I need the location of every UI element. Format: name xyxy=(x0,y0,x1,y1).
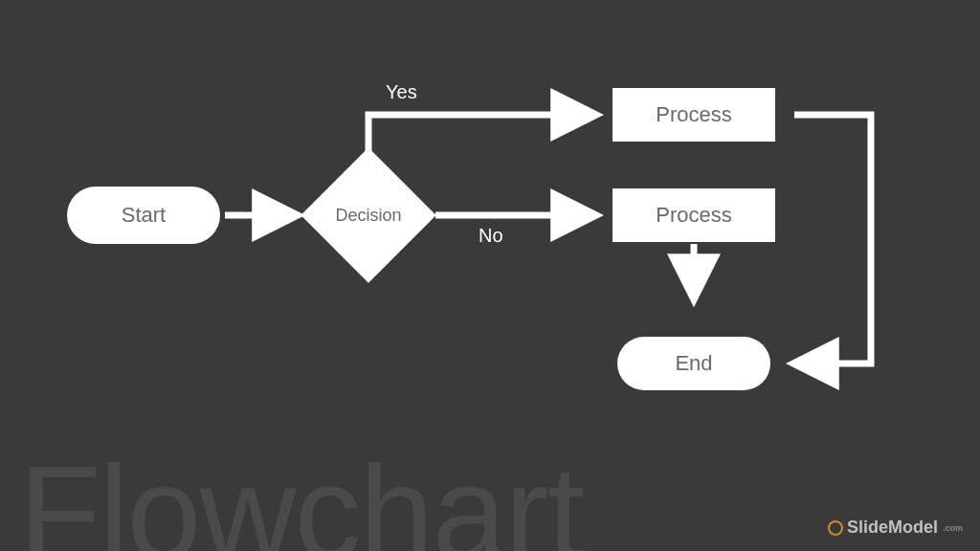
end-label: End xyxy=(675,351,712,376)
process-bottom-label: Process xyxy=(656,203,731,228)
process-bottom-node: Process xyxy=(612,188,775,242)
watermark: SlideModel.com xyxy=(828,518,963,538)
edge-label-yes: Yes xyxy=(386,81,417,103)
decision-node: Decision xyxy=(321,167,416,263)
end-node: End xyxy=(617,337,770,390)
background-title: Flowchart xyxy=(19,446,583,551)
decision-label: Decision xyxy=(335,206,401,226)
watermark-suffix: .com xyxy=(943,523,963,533)
flowchart-canvas: Flowchart Start Decision Yes No Process … xyxy=(0,0,980,551)
edge-label-no: No xyxy=(479,225,503,247)
process-top-label: Process xyxy=(656,102,731,127)
process-top-node: Process xyxy=(612,88,775,142)
start-label: Start xyxy=(122,203,166,228)
watermark-logo-icon xyxy=(828,520,843,536)
start-node: Start xyxy=(67,187,220,244)
watermark-brand: SlideModel xyxy=(847,518,938,538)
